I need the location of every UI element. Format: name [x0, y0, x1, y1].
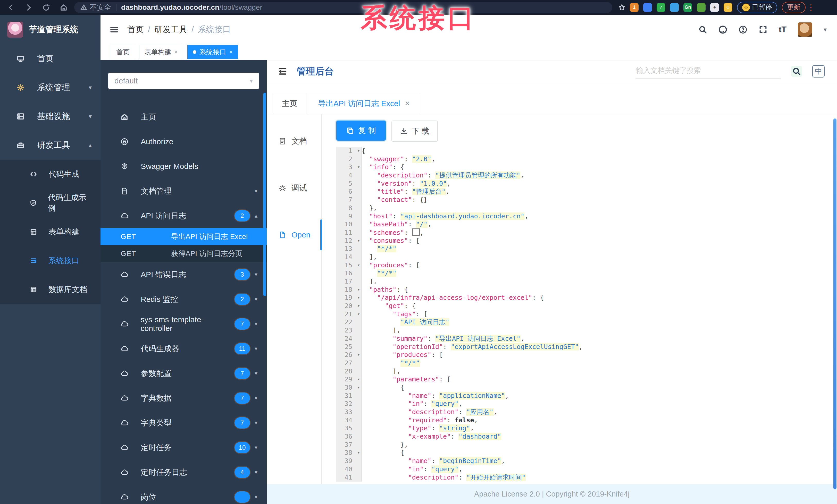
github-icon[interactable] [718, 25, 727, 34]
home-icon [119, 113, 130, 121]
puzzle-extension-icon[interactable] [670, 3, 679, 12]
bookmark-star-icon[interactable] [618, 4, 626, 11]
side-tab-Open[interactable]: Open [267, 227, 321, 243]
swagger-nav-item-API 访问日志[interactable]: API 访问日志2▴ [101, 203, 267, 228]
swagger-nav-item-参数配置[interactable]: 参数配置7▾ [101, 361, 267, 386]
language-toggle[interactable]: 中 [812, 65, 825, 77]
gutter-line: 34 [336, 416, 361, 425]
doc-search-icon[interactable] [791, 66, 802, 77]
code-line: ], [361, 253, 837, 261]
swagger-nav-item-字典数据[interactable]: 字典数据7▾ [101, 386, 267, 411]
fold-icon[interactable]: ▾ [357, 302, 360, 310]
code-line: "/api/infra/api-access-log/export-excel"… [361, 294, 837, 302]
font-size-icon[interactable]: tT [779, 25, 786, 34]
fullscreen-icon[interactable] [759, 25, 767, 34]
operation-导出API 访问日志 Excel[interactable]: GET导出API 访问日志 Excel [101, 228, 267, 245]
swagger-nav-item-Authorize[interactable]: Authorize [101, 129, 267, 154]
lock-circle-icon [119, 138, 130, 146]
view-tag-首页[interactable]: 首页 [111, 45, 135, 59]
update-badge[interactable]: 更新 [782, 2, 805, 13]
swagger-nav-item-Swagger Models[interactable]: Swagger Models [101, 154, 267, 179]
app-logo[interactable]: 芋道管理系统 [0, 15, 101, 44]
fold-icon[interactable]: ▾ [357, 375, 360, 384]
collapse-menu-icon[interactable] [278, 67, 287, 76]
cloud-icon [119, 295, 130, 303]
search-icon[interactable] [698, 25, 707, 34]
swagger-nav-item-sys-sms-template-controller[interactable]: sys-sms-template-controller7▾ [101, 312, 267, 336]
breadcrumb-item[interactable]: 系统接口 [198, 24, 231, 35]
swagger-nav-item-代码生成器[interactable]: 代码生成器11▾ [101, 336, 267, 361]
fold-icon[interactable]: ▾ [357, 294, 360, 302]
swagger-nav-item-文档管理[interactable]: 文档管理▾ [101, 179, 267, 203]
group-select[interactable]: default ▾ [108, 73, 259, 89]
emoji-extension-icon[interactable]: ☺ [724, 3, 732, 12]
sidebar-item-基础设施[interactable]: 基础设施▾ [0, 102, 101, 131]
breadcrumb-item[interactable]: 研发工具 [154, 24, 188, 35]
view-tag-系统接口[interactable]: 系统接口× [188, 45, 238, 59]
side-tab-文档[interactable]: 文档 [267, 133, 321, 149]
swagger-nav-item-Redis 监控[interactable]: Redis 监控2▾ [101, 287, 267, 312]
swagger-nav-item-主页[interactable]: 主页 [101, 105, 267, 129]
doc-tab-导出API 访问日志 Excel[interactable]: 导出API 访问日志 Excel✕ [309, 93, 419, 114]
fold-icon[interactable]: ▾ [357, 384, 360, 392]
swagger-nav-scrollbar[interactable] [263, 93, 266, 296]
paused-badge[interactable]: ☺ 已暂停 [737, 2, 777, 13]
swagger-nav-item-API 错误日志[interactable]: API 错误日志3▾ [101, 262, 267, 287]
fold-icon[interactable]: ▾ [357, 286, 360, 294]
url-bar[interactable]: 不安全 dashboard.yudao.iocoder.cn/tool/swag… [74, 2, 612, 13]
leaf-extension-icon[interactable] [697, 3, 706, 12]
swagger-nav-item-定时任务日志[interactable]: 定时任务日志4▾ [101, 460, 267, 485]
code-line: ], [361, 277, 837, 286]
doc-search-input[interactable]: 输入文档关键字搜索 [636, 64, 781, 78]
star-extension-icon[interactable]: ✦ [710, 3, 719, 12]
sidebar-item-label: 系统接口 [49, 256, 79, 266]
check-extension-icon[interactable]: ✓ [657, 3, 665, 12]
fold-icon[interactable]: ▾ [357, 147, 360, 155]
breadcrumb-item[interactable]: 首页 [127, 24, 144, 35]
swagger-nav-item-岗位[interactable]: 岗位▾ [101, 485, 267, 504]
sidebar-item-系统管理[interactable]: 系统管理▾ [0, 73, 101, 102]
fold-icon[interactable]: ▾ [357, 261, 360, 269]
help-icon[interactable] [738, 25, 747, 34]
fold-icon[interactable]: ▾ [357, 163, 360, 171]
sidebar-item-表单构建[interactable]: 表单构建 [0, 217, 101, 246]
gn-extension-icon[interactable]: Gn [683, 3, 692, 12]
sidebar-item-代码生成示例[interactable]: 代码生成示例 [0, 188, 101, 217]
code-line: "type": "string", [361, 424, 837, 432]
close-icon[interactable]: ✕ [405, 100, 410, 107]
side-tab-调试[interactable]: 调试 [267, 180, 321, 196]
fold-icon[interactable]: ▾ [357, 310, 360, 318]
home-icon[interactable] [59, 3, 68, 12]
code-editor[interactable]: 1▾23▾456789101112▾131415▾161718▾19▾20▾21… [336, 147, 837, 482]
download-button[interactable]: 下 载 [391, 120, 438, 142]
hexagon-icon [119, 163, 130, 170]
fold-icon[interactable]: ▾ [357, 237, 360, 245]
page-scrollbar[interactable] [833, 118, 836, 489]
sidebar-item-数据库文档[interactable]: 数据库文档 [0, 275, 101, 304]
copy-button[interactable]: 复 制 [336, 120, 386, 141]
drop-extension-icon[interactable] [643, 3, 652, 12]
forward-icon[interactable] [24, 3, 33, 12]
browser-menu-icon[interactable]: ⋮ [807, 3, 815, 12]
sidebar-item-系统接口[interactable]: 系统接口 [0, 246, 101, 275]
close-icon[interactable]: × [175, 49, 178, 55]
sidebar-item-研发工具[interactable]: 研发工具▴ [0, 131, 101, 160]
swagger-nav-item-定时任务[interactable]: 定时任务10▾ [101, 435, 267, 460]
user-avatar[interactable] [798, 22, 812, 37]
doc-tab-主页[interactable]: 主页 [273, 93, 306, 114]
fold-icon[interactable]: ▾ [357, 449, 360, 457]
swagger-nav-item-字典类型[interactable]: 字典类型7▾ [101, 411, 267, 435]
sidebar-item-代码生成[interactable]: 代码生成 [0, 160, 101, 188]
chevron-down-icon[interactable]: ▾ [824, 26, 827, 33]
fold-icon[interactable]: ▾ [357, 351, 360, 359]
back-icon[interactable] [7, 3, 16, 12]
close-icon[interactable]: × [229, 49, 233, 55]
hamburger-icon[interactable] [110, 25, 119, 34]
breadcrumb: 首页/研发工具/系统接口 [127, 24, 231, 35]
sidebar-item-首页[interactable]: 首页 [0, 44, 101, 73]
view-tag-表单构建[interactable]: 表单构建× [139, 45, 183, 59]
reload-icon[interactable] [42, 3, 51, 12]
operation-获得API 访问日志分页[interactable]: GET获得API 访问日志分页 [101, 245, 267, 262]
code-line: "swagger": "2.0", [361, 155, 837, 163]
lock-extension-icon[interactable]: 1 [630, 3, 639, 12]
